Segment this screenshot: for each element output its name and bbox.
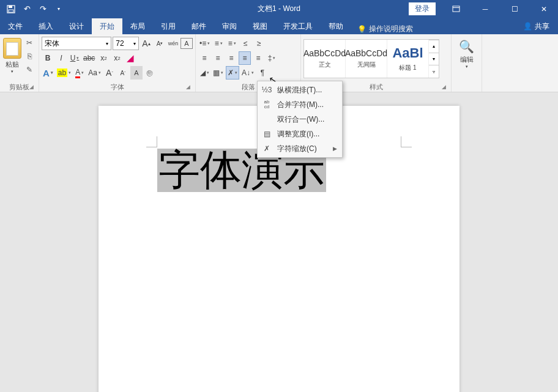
- submenu-arrow-icon: ▶: [333, 146, 337, 152]
- justify-button[interactable]: ≡: [239, 51, 251, 65]
- superscript-button[interactable]: x2: [111, 51, 123, 65]
- margin-corner-tr: [401, 136, 412, 147]
- login-button[interactable]: 登录: [409, 2, 436, 15]
- paste-icon: [3, 38, 21, 59]
- tab-mailings[interactable]: 邮件: [184, 18, 214, 34]
- menu-fit-width[interactable]: ▤调整宽度(I)...: [258, 127, 342, 141]
- ribbon-options-button[interactable]: [442, 0, 470, 18]
- style-heading1[interactable]: AaBl标题 1: [387, 40, 429, 78]
- title-bar: ↶ ↷ ▾ 文档1 - Word 登录 ─ ☐ ✕: [0, 0, 558, 18]
- format-painter-button[interactable]: ✎: [23, 64, 36, 76]
- find-button[interactable]: 🔍 编辑 ▾: [454, 35, 480, 69]
- group-font: 宋体▾ 72▾ A▴ A▾ wén A B I U abc x2 x2 ◢ A …: [39, 34, 196, 92]
- quick-access-toolbar: ↶ ↷ ▾: [0, 2, 66, 17]
- styles-gallery[interactable]: AaBbCcDd正文 AaBbCcDd无间隔 AaBl标题 1 ▴▾▿: [303, 39, 439, 78]
- numbering-button[interactable]: ≡: [212, 37, 225, 50]
- svg-rect-1: [9, 6, 12, 8]
- minimize-button[interactable]: ─: [471, 0, 499, 18]
- combine-icon: abcd: [261, 100, 272, 109]
- maximize-button[interactable]: ☐: [500, 0, 529, 18]
- align-right-button[interactable]: ≡: [225, 51, 237, 65]
- copy-icon: ⎘: [28, 52, 32, 61]
- share-icon: 👤: [523, 22, 532, 31]
- save-button[interactable]: [4, 2, 18, 17]
- undo-button[interactable]: ↶: [20, 2, 34, 17]
- char-shading-button[interactable]: A: [130, 66, 143, 80]
- tab-help[interactable]: 帮助: [321, 18, 351, 34]
- change-case-button[interactable]: Aa: [87, 66, 102, 80]
- width-icon: ▤: [261, 130, 272, 138]
- font-size-combo[interactable]: 72▾: [113, 37, 139, 50]
- font-color-button[interactable]: A: [73, 66, 86, 80]
- clear-format-button[interactable]: ◢: [124, 51, 136, 65]
- search-icon: 🔍: [459, 39, 474, 54]
- font-launcher[interactable]: ◢: [184, 83, 192, 91]
- window-title: 文档1 - Word: [258, 4, 300, 14]
- asian-layout-menu: ½3纵横混排(T)... abcd合并字符(M)... 双行合一(W)... ▤…: [257, 81, 343, 158]
- close-button[interactable]: ✕: [530, 0, 558, 18]
- bold-button[interactable]: B: [42, 51, 54, 65]
- copy-button[interactable]: ⎘: [23, 50, 36, 62]
- styles-more[interactable]: ▴▾▿: [429, 40, 439, 78]
- scale-icon: ✗: [261, 144, 272, 153]
- align-left-button[interactable]: ≡: [198, 51, 210, 65]
- italic-button[interactable]: I: [55, 51, 67, 65]
- underline-button[interactable]: U: [69, 51, 81, 65]
- cut-button[interactable]: ✂: [23, 37, 36, 49]
- menu-two-lines[interactable]: 双行合一(W)...: [258, 112, 342, 127]
- style-nospacing[interactable]: AaBbCcDd无间隔: [346, 40, 387, 78]
- tab-view[interactable]: 视图: [245, 18, 275, 34]
- share-button[interactable]: 👤共享: [515, 18, 558, 34]
- vh-icon: ½3: [261, 86, 272, 94]
- menu-vertical-horizontal[interactable]: ½3纵横混排(T)...: [258, 83, 342, 97]
- phonetic-button[interactable]: wén: [167, 37, 179, 50]
- font-name-combo[interactable]: 宋体▾: [42, 37, 111, 50]
- increase-indent-button[interactable]: ≥: [253, 37, 265, 50]
- char-border-button[interactable]: A: [180, 38, 193, 49]
- shrink-font2-button[interactable]: Aˇ: [117, 66, 129, 80]
- qat-customize-button[interactable]: ▾: [51, 2, 66, 17]
- tab-developer[interactable]: 开发工具: [275, 18, 321, 34]
- shading-button[interactable]: ◢: [198, 66, 210, 80]
- tell-me-search[interactable]: 💡操作说明搜索: [351, 24, 419, 34]
- tab-references[interactable]: 引用: [153, 18, 184, 34]
- menu-combine-chars[interactable]: abcd合并字符(M)...: [258, 97, 342, 112]
- redo-button[interactable]: ↷: [35, 2, 50, 17]
- shrink-font-button[interactable]: A▾: [154, 37, 166, 50]
- svg-rect-2: [9, 10, 13, 12]
- distribute-button[interactable]: ≡: [252, 51, 264, 65]
- multilevel-button[interactable]: ≡: [226, 37, 238, 50]
- style-normal[interactable]: AaBbCcDd正文: [304, 40, 346, 78]
- show-marks-button[interactable]: ¶: [256, 66, 269, 80]
- enclose-char-button[interactable]: ㊞: [144, 66, 156, 80]
- clipboard-launcher[interactable]: ◢: [28, 83, 35, 91]
- tab-design[interactable]: 设计: [61, 18, 92, 34]
- tab-layout[interactable]: 布局: [122, 18, 153, 34]
- strike-button[interactable]: abc: [82, 51, 96, 65]
- group-clipboard: 粘贴 ▾ ✂ ⎘ ✎ 剪贴板◢: [0, 34, 39, 92]
- line-spacing-button[interactable]: ‡: [266, 51, 278, 65]
- tab-home[interactable]: 开始: [92, 18, 122, 34]
- subscript-button[interactable]: x2: [97, 51, 110, 65]
- paste-button[interactable]: 粘贴 ▾: [2, 35, 21, 76]
- tab-insert[interactable]: 插入: [31, 18, 61, 34]
- align-center-button[interactable]: ≡: [212, 51, 224, 65]
- bullets-button[interactable]: •≡: [198, 37, 211, 50]
- grow-font2-button[interactable]: Aˇ: [103, 66, 116, 80]
- asian-layout-button[interactable]: ✗: [226, 66, 239, 80]
- tab-review[interactable]: 审阅: [214, 18, 245, 34]
- grow-font-button[interactable]: A▴: [140, 37, 152, 50]
- text-effects-button[interactable]: A: [42, 66, 54, 80]
- borders-button[interactable]: ▦: [212, 66, 225, 80]
- menu-char-scale[interactable]: ✗字符缩放(C)▶: [258, 141, 342, 156]
- tab-file[interactable]: 文件: [0, 18, 31, 34]
- decrease-indent-button[interactable]: ≤: [239, 37, 251, 50]
- sort-button[interactable]: A↓: [240, 66, 255, 80]
- bulb-icon: 💡: [357, 25, 366, 34]
- brush-icon: ✎: [26, 65, 32, 74]
- ribbon-tabs: 文件 插入 设计 开始 布局 引用 邮件 审阅 视图 开发工具 帮助 💡操作说明…: [0, 18, 558, 34]
- styles-launcher[interactable]: ◢: [440, 83, 447, 91]
- highlight-button[interactable]: ab: [56, 66, 72, 80]
- scissors-icon: ✂: [26, 39, 32, 47]
- svg-rect-3: [453, 6, 459, 12]
